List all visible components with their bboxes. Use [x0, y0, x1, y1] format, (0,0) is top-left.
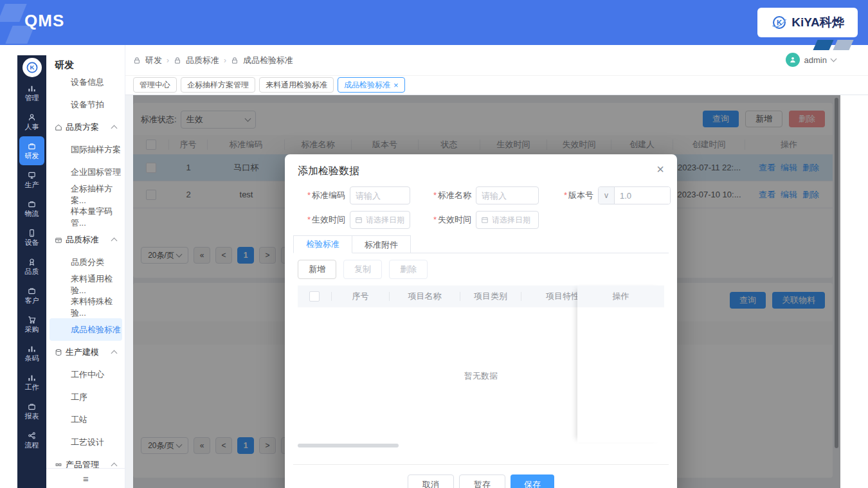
username: admin — [804, 55, 827, 65]
breadcrumb-item[interactable]: 成品检验标准 — [243, 55, 293, 66]
dialog-title: 添加检验数据 — [298, 165, 359, 178]
app-rail: K 管理 人事 研发 生产 物流 设备 品质 客户 采购 条码 — [17, 55, 46, 488]
expiry-date-field: *失效时间 请选择日期 — [421, 211, 539, 229]
chevron-up-icon — [111, 125, 118, 131]
tab-standard-attachment[interactable]: 标准附件 — [352, 235, 411, 253]
hamburger-icon: ≡ — [83, 473, 89, 484]
menu-group-product-management[interactable]: 产品管理 — [46, 453, 125, 468]
person-icon — [789, 56, 797, 64]
lock-icon — [231, 57, 239, 64]
menu-item-process-design[interactable]: 工艺设计 — [46, 431, 125, 453]
rail-item-label: 采购 — [25, 325, 39, 333]
menu-group-quality-standard[interactable]: 品质标准 — [46, 228, 125, 251]
effective-date-picker[interactable]: 请选择日期 — [350, 211, 410, 229]
menu-item-quality-category[interactable]: 品质分类 — [46, 251, 125, 273]
standard-name-field: *标准名称 — [421, 186, 539, 204]
breadcrumb: 研发 › 品质标准 › 成品检验标准 — [133, 55, 293, 66]
submenu-list: 设备信息 设备节拍 品质方案 国际抽样方案 企业国标管理 企标抽样方案... 样… — [46, 71, 125, 468]
rail-item-production[interactable]: 生产 — [19, 165, 44, 194]
menu-item-enterprise-sampling[interactable]: 企标抽样方案... — [46, 183, 125, 206]
standard-code-input[interactable] — [350, 186, 410, 204]
close-dialog-icon[interactable]: × — [656, 162, 664, 177]
menu-item-intl-sampling-plan[interactable]: 国际抽样方案 — [46, 138, 125, 161]
horizontal-scrollbar[interactable] — [298, 444, 399, 447]
menu-item-work-center[interactable]: 工作中心 — [46, 363, 125, 386]
cart-icon — [28, 316, 36, 324]
rail-item-procurement[interactable]: 采购 — [19, 310, 44, 339]
rail-item-work[interactable]: 工作 — [19, 368, 44, 397]
bar-chart-icon — [28, 84, 36, 93]
menu-item-process[interactable]: 工序 — [46, 386, 125, 408]
rail-item-label: 生产 — [25, 181, 39, 188]
archive-icon — [55, 236, 62, 244]
tab-finished-product-standard[interactable]: 成品检验标准 × — [338, 77, 405, 93]
footer-divider — [293, 464, 669, 465]
add-inspection-dialog: 添加检验数据 × *标准编码 *标准名称 *版本号 v *生效时间 请选择日期 … — [285, 154, 677, 488]
rail-item-label: 人事 — [25, 123, 39, 131]
tab-incoming-general[interactable]: 来料通用检验标准 — [259, 77, 334, 93]
rail-item-customer[interactable]: 客户 — [19, 281, 44, 310]
rail-item-label: 品质 — [25, 267, 39, 275]
menu-group-quality-plan[interactable]: 品质方案 — [46, 116, 125, 138]
tab-enterprise-sampling[interactable]: 企标抽样方案管理 — [181, 77, 255, 93]
breadcrumb-item[interactable]: 研发 — [145, 55, 162, 66]
briefcase-icon — [28, 402, 36, 411]
standard-name-input[interactable] — [476, 186, 539, 204]
menu-item-enterprise-standard[interactable]: 企业国标管理 — [46, 161, 125, 183]
close-tab-icon[interactable]: × — [393, 81, 399, 89]
user-menu[interactable]: admin — [786, 53, 836, 67]
rail-item-quality[interactable]: 品质 — [19, 252, 44, 281]
lock-icon — [174, 57, 181, 64]
breadcrumb-separator: › — [224, 56, 226, 65]
version-field: *版本号 — [554, 186, 593, 204]
rail-logo[interactable]: K — [23, 58, 42, 77]
briefcase-icon — [28, 200, 36, 208]
expiry-date-picker[interactable]: 请选择日期 — [476, 211, 539, 229]
submenu-title: 研发 — [55, 59, 74, 71]
rail-item-label: 物流 — [25, 210, 39, 217]
bar-chart-icon — [28, 374, 36, 382]
svg-text:K: K — [777, 19, 782, 26]
cancel-button[interactable]: 取消 — [408, 474, 454, 488]
share-icon — [28, 431, 36, 440]
dialog-toolbar: 新增 复制 删除 — [298, 260, 428, 279]
person-icon — [28, 113, 36, 122]
menu-item-incoming-general[interactable]: 来料通用检验... — [46, 273, 125, 296]
menu-item-finished-product-standard[interactable]: 成品检验标准 — [50, 318, 122, 341]
menu-item-workstation[interactable]: 工站 — [46, 408, 125, 431]
version-input[interactable] — [615, 187, 670, 204]
fixed-action-column: 操作 — [577, 285, 664, 442]
dialog-footer: 取消 暂存 保存 — [285, 474, 677, 488]
dialog-delete-button[interactable]: 删除 — [389, 260, 428, 279]
rail-item-label: 研发 — [25, 152, 39, 159]
rail-item-label: 工作 — [25, 383, 39, 391]
chevron-up-icon — [111, 350, 118, 356]
breadcrumb-item[interactable]: 品质标准 — [186, 55, 219, 66]
chevron-up-icon — [111, 462, 118, 468]
menu-item-device-info[interactable]: 设备信息 — [46, 71, 125, 93]
rail-item-equipment[interactable]: 设备 — [19, 223, 44, 252]
draft-button[interactable]: 暂存 — [459, 474, 505, 488]
tab-inspection-standard[interactable]: 检验标准 — [293, 235, 352, 253]
dialog-copy-button[interactable]: 复制 — [343, 260, 382, 279]
rail-item-hr[interactable]: 人事 — [19, 107, 44, 136]
brand-card: K KiYA科烨 — [757, 8, 858, 37]
rail-item-label: 设备 — [25, 239, 39, 246]
menu-item-sample-size-code[interactable]: 样本量字码管... — [46, 206, 125, 228]
save-button[interactable]: 保存 — [511, 474, 554, 488]
select-all-checkbox[interactable] — [309, 291, 320, 302]
effective-date-field: *生效时间 请选择日期 — [296, 211, 410, 229]
dialog-add-button[interactable]: 新增 — [298, 260, 336, 279]
rail-item-process[interactable]: 流程 — [19, 426, 44, 455]
rail-item-report[interactable]: 报表 — [19, 397, 44, 426]
collapse-menu-button[interactable]: ≡ — [46, 468, 125, 488]
rail-item-management[interactable]: 管理 — [19, 78, 44, 107]
tab-management-center[interactable]: 管理中心 — [133, 77, 177, 93]
menu-group-production-modeling[interactable]: 生产建模 — [46, 341, 125, 363]
menu-item-incoming-special[interactable]: 来料特殊检验... — [46, 296, 125, 318]
rail-item-rnd[interactable]: 研发 — [19, 136, 44, 165]
rail-item-barcode[interactable]: 条码 — [19, 339, 44, 368]
rail-item-logistics[interactable]: 物流 — [19, 194, 44, 223]
menu-item-device-takt[interactable]: 设备节拍 — [46, 93, 125, 116]
brand-name: KiYA科烨 — [791, 14, 844, 31]
